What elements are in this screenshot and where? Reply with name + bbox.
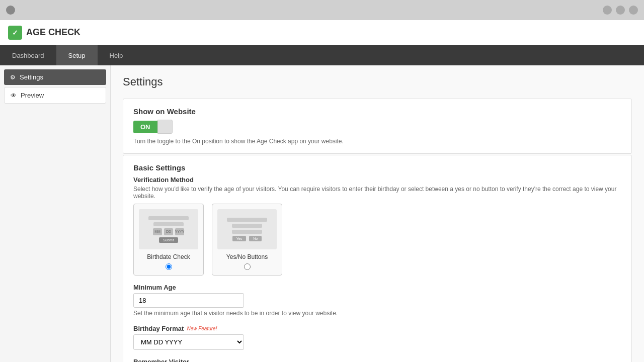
birthday-format-label: Birthday Format New Feature! — [133, 325, 621, 332]
sidebar-preview-label: Preview — [21, 92, 44, 99]
yes-no-label: Yes/No Buttons — [217, 253, 277, 260]
preview-date-row: MM DD YYYY — [153, 228, 184, 235]
preview-bar-1 — [148, 216, 189, 220]
show-on-website-description: Turn the toggle to the On position to sh… — [133, 138, 621, 145]
main-content: Settings Show on Website ON Turn the tog… — [111, 65, 644, 362]
birthdate-radio[interactable] — [166, 263, 172, 270]
logo-icon: ✓ — [8, 26, 22, 40]
nav-help[interactable]: Help — [98, 45, 135, 65]
settings-icon: ⚙ — [10, 74, 16, 81]
preview-bar-2 — [153, 222, 184, 226]
preview-mm: MM — [153, 228, 162, 235]
checkmark-icon: ✓ — [12, 29, 18, 37]
new-feature-badge: New Feature! — [187, 326, 217, 331]
birthdate-check-card[interactable]: MM DD YYYY Submit Birthdate Check — [133, 204, 204, 276]
window-btn-2[interactable] — [616, 6, 625, 15]
birthdate-preview: MM DD YYYY Submit — [139, 209, 198, 249]
nav-dashboard[interactable]: Dashboard — [0, 45, 56, 65]
minimum-age-description: Set the minimum age that a visitor needs… — [133, 310, 621, 317]
show-on-website-section: Show on Website ON Turn the toggle to th… — [123, 99, 632, 154]
birthday-format-select[interactable]: MM DD YYYY DD MM YYYY YYYY MM DD — [133, 334, 244, 350]
toggle-container: ON — [133, 120, 621, 134]
sidebar-item-settings[interactable]: ⚙ Settings — [4, 69, 106, 85]
preview-yes: Yes — [232, 236, 246, 241]
sidebar-item-preview[interactable]: 👁 Preview — [4, 87, 106, 104]
preview-no: No — [249, 236, 262, 241]
preview-yes-no: Yes No — [232, 236, 262, 241]
layout: ⚙ Settings 👁 Preview Settings Show on We… — [0, 65, 644, 362]
preview-bar-5 — [232, 230, 262, 234]
window-btn-3[interactable] — [629, 6, 638, 15]
remember-visitor-group: Remember Visitor This will set how long … — [133, 358, 621, 362]
minimum-age-label: Minimum Age — [133, 284, 621, 291]
verification-method-group: Verification Method Select how you'd lik… — [133, 176, 621, 276]
basic-settings-title: Basic Settings — [133, 163, 621, 172]
toggle-on-button[interactable]: ON — [133, 121, 157, 133]
nav: Dashboard Setup Help — [0, 45, 644, 65]
preview-yyyy: YYYY — [175, 228, 184, 235]
window-close-btn[interactable] — [6, 6, 15, 15]
nav-setup[interactable]: Setup — [56, 45, 98, 65]
yes-no-card[interactable]: Yes No Yes/No Buttons — [212, 204, 282, 276]
verification-method-label: Verification Method — [133, 176, 621, 184]
sidebar-settings-label: Settings — [20, 73, 43, 81]
top-bar — [0, 0, 644, 20]
yes-no-radio[interactable] — [244, 263, 251, 270]
preview-dd: DD — [164, 228, 173, 235]
sidebar: ⚙ Settings 👁 Preview — [0, 65, 111, 362]
logo-text: AGE CHECK — [26, 27, 80, 38]
show-on-website-title: Show on Website — [133, 107, 621, 116]
preview-icon: 👁 — [11, 92, 17, 99]
yes-no-preview: Yes No — [217, 209, 277, 249]
birthday-format-group: Birthday Format New Feature! MM DD YYYY … — [133, 325, 621, 350]
preview-bar-4 — [232, 224, 262, 228]
preview-submit: Submit — [159, 237, 178, 243]
basic-settings-section: Basic Settings Verification Method Selec… — [123, 155, 632, 362]
radio-cards: MM DD YYYY Submit Birthdate Check — [133, 204, 621, 276]
verification-method-description: Select how you'd like to verify the age … — [133, 186, 621, 200]
logo: ✓ AGE CHECK — [8, 26, 80, 40]
minimum-age-input[interactable] — [133, 293, 244, 308]
header: ✓ AGE CHECK — [0, 20, 644, 45]
page-title: Settings — [123, 75, 632, 88]
preview-bar-3 — [227, 218, 267, 222]
birthdate-check-label: Birthdate Check — [139, 253, 198, 260]
minimum-age-group: Minimum Age Set the minimum age that a v… — [133, 284, 621, 317]
remember-visitor-label: Remember Visitor — [133, 358, 621, 362]
window-btn-1[interactable] — [603, 6, 612, 15]
toggle-track[interactable] — [157, 120, 173, 134]
